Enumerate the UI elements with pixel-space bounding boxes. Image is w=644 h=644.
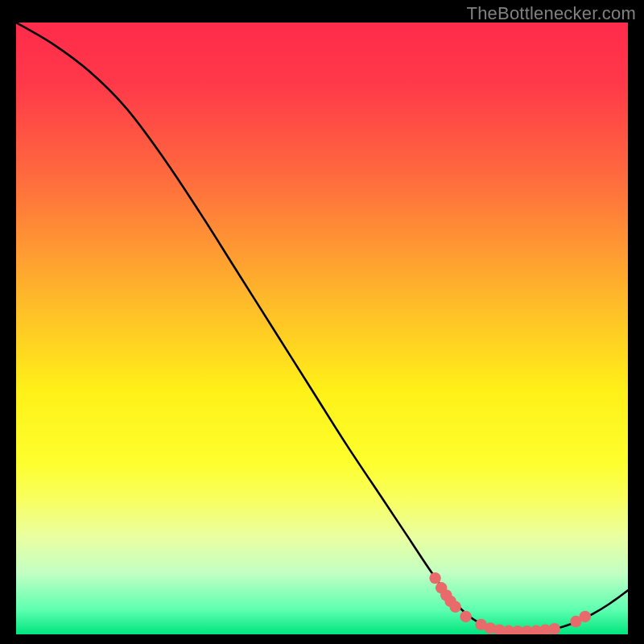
attribution-text: TheBottlenecker.com: [467, 3, 636, 24]
plot-area: [16, 23, 628, 634]
data-marker: [449, 601, 460, 613]
data-marker: [429, 572, 440, 584]
chart-svg: [16, 23, 628, 634]
gradient-background: [16, 23, 628, 634]
chart-frame: TheBottlenecker.com: [0, 0, 644, 644]
data-marker: [549, 623, 560, 634]
data-marker: [460, 611, 471, 622]
data-marker: [580, 611, 591, 622]
